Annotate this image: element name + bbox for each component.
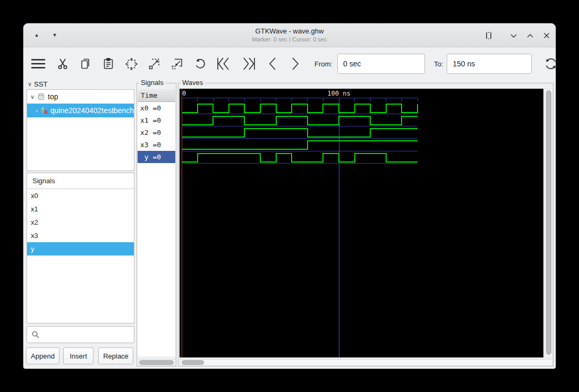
signals-panel-title: Signals bbox=[27, 173, 134, 189]
close-button[interactable] bbox=[541, 30, 552, 41]
signal-list-item-x0[interactable]: x0 bbox=[27, 189, 134, 202]
cut-button[interactable] bbox=[56, 57, 70, 71]
from-label: From: bbox=[314, 60, 333, 68]
wave-trace-y bbox=[182, 154, 418, 162]
to-input[interactable] bbox=[447, 54, 532, 74]
next-edge-button[interactable] bbox=[288, 57, 302, 71]
wave-vscrollbar[interactable] bbox=[544, 89, 553, 357]
sst-header-label: SST bbox=[34, 80, 47, 88]
minimize-button[interactable] bbox=[508, 30, 519, 41]
signal-name-row-x0[interactable]: x0 =0 bbox=[138, 102, 175, 114]
signal-list-item-x2[interactable]: x2 bbox=[27, 216, 134, 229]
reload-icon bbox=[544, 57, 558, 71]
zoom-fit-icon bbox=[125, 57, 138, 71]
scrollbar-thumb[interactable] bbox=[182, 360, 204, 365]
zoom-out-button[interactable] bbox=[170, 57, 184, 71]
signal-name-row-y[interactable]: y =0 bbox=[138, 151, 175, 163]
fit-window-icon bbox=[483, 30, 494, 41]
skip-to-start-button[interactable] bbox=[216, 57, 232, 71]
signal-list-item-y[interactable]: y bbox=[27, 242, 134, 255]
scrollbar-thumb[interactable] bbox=[546, 90, 551, 355]
signal-list-item-x3[interactable]: x3 bbox=[27, 229, 134, 242]
signal-search-box[interactable] bbox=[27, 326, 134, 343]
expander-right-icon[interactable]: › bbox=[36, 107, 38, 114]
chevron-up-icon bbox=[525, 30, 535, 41]
append-button[interactable]: Append bbox=[26, 347, 59, 364]
skip-to-start-icon bbox=[216, 57, 232, 71]
timeline-label: 0 bbox=[182, 90, 186, 97]
menu-button[interactable] bbox=[30, 57, 47, 71]
signal-search-panel: Signals x0x1x2x3y bbox=[27, 173, 134, 323]
chevron-right-icon bbox=[289, 57, 301, 71]
sst-tree: ∨ top › quine20240402testbench bbox=[27, 89, 134, 171]
timeline-label: 100 ns bbox=[327, 90, 350, 97]
sst-collapse-chevron-icon[interactable]: ∨ bbox=[28, 81, 32, 88]
tree-item-testbench[interactable]: › quine20240402testbench bbox=[27, 104, 134, 117]
tree-item-top[interactable]: ∨ top bbox=[27, 90, 134, 104]
wave-panel-frame-label: Waves bbox=[181, 79, 205, 87]
clipboard-paste-icon bbox=[102, 57, 115, 70]
wave-hscrollbar[interactable] bbox=[180, 359, 553, 366]
signal-list-item-x1[interactable]: x1 bbox=[27, 202, 134, 216]
database-icon bbox=[37, 92, 45, 101]
hamburger-menu-icon bbox=[30, 57, 46, 70]
name-panel-view: Time x0 =0x1 =0x2 =0x3 =0 y =0 bbox=[138, 89, 175, 356]
undo-arrow-icon bbox=[193, 57, 207, 71]
name-rows: x0 =0x1 =0x2 =0x3 =0 y =0 bbox=[138, 102, 175, 163]
scissors-icon bbox=[56, 57, 69, 70]
wave-trace-x1 bbox=[182, 116, 418, 125]
sst-header[interactable]: ∨ SST bbox=[28, 80, 47, 88]
tree-item-label: top bbox=[48, 92, 58, 101]
replace-button[interactable]: Replace bbox=[98, 347, 133, 364]
scrollbar-thumb[interactable] bbox=[139, 360, 174, 365]
name-panel-hscrollbar[interactable] bbox=[138, 359, 176, 366]
previous-edge-button[interactable] bbox=[266, 57, 279, 71]
name-panel-frame-label: Signals bbox=[139, 79, 165, 87]
wave-panel: Waves 0100 ns bbox=[178, 83, 554, 367]
toolbar: From: To: bbox=[23, 48, 556, 80]
fit-window-button[interactable] bbox=[483, 30, 494, 41]
wave-trace-x0 bbox=[182, 104, 418, 113]
maximize-button[interactable] bbox=[525, 30, 535, 41]
signal-name-row-x3[interactable]: x3 =0 bbox=[138, 139, 175, 151]
search-icon bbox=[31, 330, 40, 339]
signal-list: x0x1x2x3y bbox=[27, 189, 134, 255]
expander-down-icon[interactable]: ∨ bbox=[30, 93, 35, 100]
copy-icon bbox=[79, 57, 92, 70]
window-title: GTKWave - wave.ghw bbox=[23, 27, 556, 36]
skip-to-end-icon bbox=[241, 57, 257, 71]
titlebar[interactable]: ▲ ▼ GTKWave - wave.ghw Marker: 0 sec | C… bbox=[23, 23, 556, 47]
zoom-fit-button[interactable] bbox=[124, 57, 138, 71]
chevron-down-icon bbox=[508, 30, 519, 41]
from-input[interactable] bbox=[337, 54, 425, 74]
time-header[interactable]: Time bbox=[138, 89, 175, 102]
chevron-left-icon bbox=[267, 57, 278, 71]
skip-to-end-button[interactable] bbox=[241, 57, 257, 71]
zoom-out-shrink-icon bbox=[171, 57, 184, 71]
zoom-in-expand-icon bbox=[148, 57, 161, 71]
module-icon bbox=[40, 106, 48, 115]
wave-trace-x3 bbox=[182, 141, 418, 149]
name-panel: Signals Time x0 =0x1 =0x2 =0x3 =0 y =0 bbox=[137, 83, 176, 367]
close-icon bbox=[541, 30, 552, 41]
signal-name-row-x2[interactable]: x2 =0 bbox=[138, 126, 175, 139]
undo-button[interactable] bbox=[193, 57, 207, 71]
tree-item-label: quine20240402testbench bbox=[50, 106, 134, 115]
reload-button[interactable] bbox=[544, 57, 558, 71]
wave-canvas[interactable]: 0100 ns bbox=[180, 89, 543, 357]
copy-button[interactable] bbox=[79, 57, 92, 71]
insert-button[interactable]: Insert bbox=[63, 347, 93, 364]
gtkwave-window: ▲ ▼ GTKWave - wave.ghw Marker: 0 sec | C… bbox=[23, 23, 556, 369]
wave-canvas-svg: 0100 ns bbox=[180, 89, 543, 357]
zoom-in-button[interactable] bbox=[147, 57, 161, 71]
paste-button[interactable] bbox=[101, 57, 115, 71]
wave-trace-x2 bbox=[182, 129, 418, 137]
to-label: To: bbox=[434, 60, 443, 68]
marker-cursor-status: Marker: 0 sec | Cursor: 0 sec bbox=[23, 36, 556, 43]
signal-name-row-x1[interactable]: x1 =0 bbox=[138, 114, 175, 126]
